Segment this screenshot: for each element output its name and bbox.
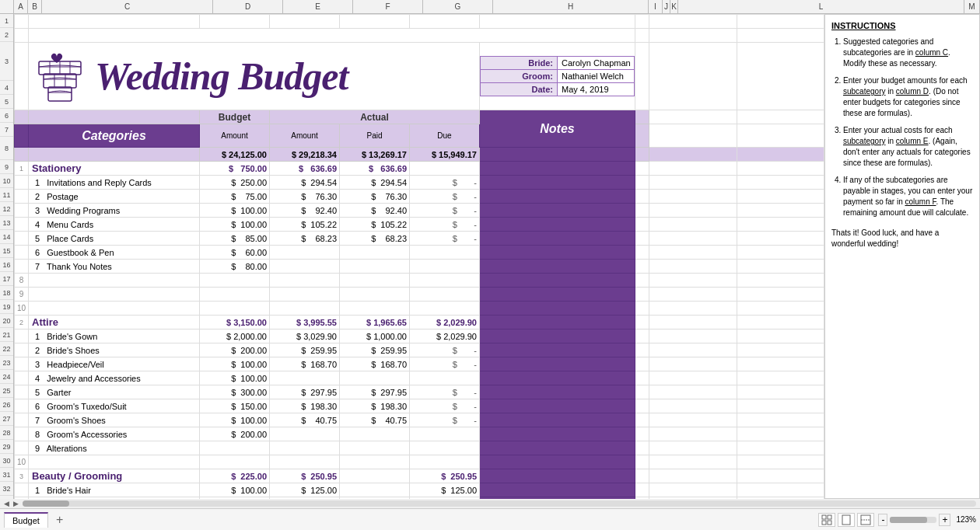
attire-total-row: 2 Attire $ 3,150.00 $ 3,995.55 $ 1,965.6… [15,316,824,330]
item-brides-shoes: 2 Bride's Shoes $ 200.00 $ 259.95 $ 259.… [15,343,824,357]
zoom-out-button[interactable]: - [878,514,887,526]
col-header-h: H [493,0,649,13]
add-sheet-button[interactable]: + [52,513,67,527]
item-tuxedo: 6 Groom's Tuxedo/Suit $ 150.00 $ 198.30 … [15,399,824,413]
row-31-empty: 10 [15,455,824,469]
item-thank-you: 7 Thank You Notes $ 80.00 [15,260,824,274]
item-guestbook: 6 Guestbook & Pen $ 60.00 [15,246,824,260]
grand-total-actual: $ 29,218.34 [270,148,340,162]
row-8: 8 [0,137,13,160]
bottom-bar: Budget + - + 123% [0,508,980,530]
paid-header: Paid [340,124,410,148]
instruction-2: Enter your budget amounts for each subca… [843,75,973,119]
row-headers: 1 2 3 4 5 6 7 8 9 10 11 12 13 14 15 16 1… [0,14,14,499]
row-5: 5 [0,95,13,109]
page-break-button[interactable] [857,513,874,527]
main-table: Wedding Budget Bride: Carolyn Chapman Gr… [14,14,824,499]
row-title: Wedding Budget Bride: Carolyn Chapman Gr… [15,43,824,110]
beauty-title: Beauty / Grooming [29,469,200,483]
scroll-track[interactable] [23,500,976,507]
stationery-paid: $ 636.69 [340,162,410,176]
row-13: 13 [0,216,13,230]
row-18: 18 [0,286,13,300]
scroll-right-arrow[interactable]: ▶ [13,500,19,507]
normal-view-button[interactable] [818,513,835,527]
date-label: Date: [481,83,558,96]
zoom-slider[interactable] [890,517,936,523]
svg-rect-15 [842,515,850,525]
row-29: 29 [0,440,13,454]
bride-groom-table: Bride: Carolyn Chapman Groom: Nathaniel … [480,56,635,96]
row-4: 4 [0,81,13,95]
row-23: 23 [0,356,13,370]
row-1: 1 [0,14,13,28]
grand-total-paid: $ 13,269.17 [340,148,410,162]
actual-header: Actual [270,110,480,124]
item-garter: 5 Garter $ 300.00 $ 297.95 $ 297.95 $ - [15,385,824,399]
col-header-i: I [649,0,663,13]
row-19: 19 [0,300,13,314]
scroll-thumb[interactable] [23,500,69,507]
row-31: 31 [0,468,13,482]
stationery-total-row: 1 Stationery $ 750.00 $ 636.69 $ 636.69 [15,162,824,176]
row-9: 9 [0,160,13,174]
item-invitations: 1 Invitations and Reply Cards $ 250.00 $… [15,176,824,190]
notes-panel: INSTRUCTIONS Suggested categories and su… [824,14,980,499]
item-grooms-shoes: 7 Groom's Shoes $ 100.00 $ 40.75 $ 40.75… [15,413,824,427]
actual-amount-header: Amount [270,124,340,148]
row-25: 25 [0,384,13,398]
item-menu-cards: 4 Menu Cards $ 100.00 $ 105.22 $ 105.22 … [15,218,824,232]
budget-amount-header: Amount [200,124,270,148]
budget-sheet-tab[interactable]: Budget [4,512,48,528]
col-header-m: M [964,0,980,13]
page-layout-button[interactable] [838,513,855,527]
notes-header: Notes [480,110,635,148]
item-headpiece: 3 Headpiece/Veil $ 100.00 $ 168.70 $ 168… [15,357,824,371]
row-12: 12 [0,202,13,216]
row-3: 3 [0,42,13,81]
row-2-empty [15,29,824,43]
row-7-budget-headers: Budget Actual Notes [15,110,824,124]
svg-rect-2 [44,74,76,88]
row-27: 27 [0,412,13,426]
row-18-empty: 8 [15,274,824,288]
horizontal-scrollbar[interactable]: ◀ ▶ [0,499,980,508]
item-place-cards: 5 Place Cards $ 85.00 $ 68.23 $ 68.23 $ … [15,232,824,246]
row-32: 32 [0,482,13,496]
scroll-left-arrow[interactable]: ◀ [4,500,9,507]
row-8-categories: Categories Amount Amount Paid Due [15,124,824,148]
zoom-area: - + 123% [878,514,976,526]
row-10: 10 [0,174,13,188]
row-28: 28 [0,426,13,440]
instruction-3: Enter your actual costs for each subcate… [843,125,973,169]
stationery-budget: $ 750.00 [200,162,270,176]
row-6: 6 [0,109,13,123]
item-brides-hair: 1 Bride's Hair $ 100.00 $ 125.00 $ 125.0… [15,483,824,497]
col-header-e: E [283,0,353,13]
row-11: 11 [0,188,13,202]
groom-value[interactable]: Nathaniel Welch [558,70,635,83]
row-17: 17 [0,272,13,286]
main-area: 1 2 3 4 5 6 7 8 9 10 11 12 13 14 15 16 1… [0,14,980,499]
row-22: 22 [0,342,13,356]
spreadsheet-container: A B C D E F G H I J K L M 1 2 3 4 5 6 7 … [0,0,980,530]
column-headers: A B C D E F G H I J K L M [0,0,980,14]
date-value[interactable]: May 4, 2019 [558,83,635,96]
row-19-empty: 9 [15,288,824,302]
row-21: 21 [0,328,13,342]
zoom-in-button[interactable]: + [939,514,950,526]
beauty-total-row: 3 Beauty / Grooming $ 225.00 $ 250.95 $ … [15,469,824,483]
col-header-g: G [423,0,493,13]
bride-value[interactable]: Carolyn Chapman [558,57,635,70]
spreadsheet-content: Wedding Budget Bride: Carolyn Chapman Gr… [14,14,824,499]
stationery-actual: $ 636.69 [270,162,340,176]
col-header-d: D [213,0,283,13]
col-header-f: F [353,0,423,13]
col-header-j: J [663,0,670,13]
grand-total-budget: $ 24,125.00 [200,148,270,162]
zoom-level: 123% [956,515,976,524]
due-header: Due [410,124,480,148]
row-24: 24 [0,370,13,384]
row-20: 20 [0,314,13,328]
svg-rect-11 [822,515,826,519]
